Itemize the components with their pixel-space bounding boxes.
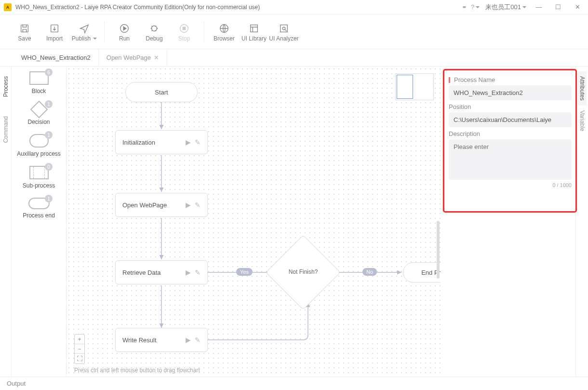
- edge-label-yes: Yes: [236, 268, 253, 276]
- debug-button[interactable]: Debug: [139, 17, 169, 46]
- output-tab[interactable]: Output: [7, 380, 26, 387]
- play-icon[interactable]: ▶: [186, 138, 191, 146]
- zoom-in-button[interactable]: +: [75, 335, 84, 344]
- process-name-label: Process Name: [449, 76, 572, 83]
- position-input[interactable]: [449, 112, 572, 127]
- close-icon[interactable]: ✕: [154, 54, 159, 61]
- help-icon[interactable]: ?: [471, 3, 480, 11]
- save-icon: [19, 22, 30, 35]
- edit-icon[interactable]: ✎: [195, 336, 200, 344]
- stop-button: Stop: [169, 17, 199, 46]
- left-rail: Process Command: [0, 67, 12, 377]
- titlebar: A WHO_News_Extraction2 - Laiye RPA Creat…: [0, 0, 588, 14]
- scrollbar[interactable]: [437, 221, 440, 279]
- play-icon[interactable]: ▶: [186, 269, 191, 276]
- browser-icon: [219, 22, 229, 35]
- palette-block[interactable]: 6 Block: [12, 71, 66, 94]
- zoom-out-button[interactable]: −: [75, 344, 84, 354]
- publish-icon: [79, 22, 90, 35]
- node-open-webpage[interactable]: Open WebPage ▶✎: [115, 193, 208, 217]
- import-button[interactable]: Import: [40, 17, 69, 46]
- tab-who-news[interactable]: WHO_News_Extraction2: [13, 49, 99, 66]
- debug-icon: [149, 22, 160, 35]
- zoom-controls: + − ⛶: [74, 334, 85, 364]
- edit-icon[interactable]: ✎: [195, 201, 200, 209]
- svg-rect-0: [21, 25, 28, 32]
- grid-icon[interactable]: ▪▪: [463, 3, 465, 11]
- edit-icon[interactable]: ✎: [195, 269, 200, 276]
- app-icon: A: [4, 3, 12, 11]
- flow-canvas[interactable]: Start Initialization ▶✎ Open WebPage ▶✎ …: [67, 67, 441, 377]
- left-tab-process[interactable]: Process: [1, 71, 10, 102]
- run-icon: [119, 22, 130, 35]
- node-write-result[interactable]: Write Result ▶✎: [115, 328, 208, 352]
- palette-subprocess[interactable]: 0 Sub-process: [12, 166, 66, 189]
- left-tab-command[interactable]: Command: [1, 111, 10, 148]
- window-title: WHO_News_Extraction2 - Laiye RPA Creator…: [15, 4, 463, 11]
- palette-auxiliary[interactable]: 1 Auxiliary process: [12, 134, 66, 157]
- canvas-hint: Press ctrl and left mouse button to drag…: [74, 367, 200, 374]
- stop-icon: [179, 22, 189, 35]
- uianalyzer-icon: [279, 22, 289, 35]
- toolbar: Save Import Publish Run Debug Stop: [0, 14, 588, 49]
- node-retrieve-data[interactable]: Retrieve Data ▶✎: [115, 260, 208, 284]
- palette-decision[interactable]: 1 Decision: [12, 103, 66, 125]
- import-icon: [49, 22, 60, 35]
- document-tabs: WHO_News_Extraction2 Open WebPage ✕: [0, 49, 588, 67]
- minimap-viewport[interactable]: [397, 75, 413, 99]
- node-initialization[interactable]: Initialization ▶✎: [115, 130, 208, 154]
- maximize-button[interactable]: ☐: [551, 3, 565, 11]
- edit-icon[interactable]: ✎: [195, 138, 200, 146]
- process-name-input[interactable]: [449, 85, 572, 100]
- position-label: Position: [449, 103, 572, 110]
- play-icon[interactable]: ▶: [186, 336, 191, 344]
- minimap[interactable]: [395, 73, 434, 100]
- node-start[interactable]: Start: [125, 82, 198, 102]
- description-label: Description: [449, 130, 572, 137]
- right-tab-variable[interactable]: Variable: [578, 106, 587, 136]
- svg-rect-5: [183, 27, 186, 30]
- tab-open-webpage[interactable]: Open WebPage ✕: [99, 49, 167, 66]
- right-tab-attributes[interactable]: Attributes: [578, 71, 587, 106]
- close-button[interactable]: ✕: [571, 3, 584, 11]
- uianalyzer-button[interactable]: UI Analyzer: [269, 17, 299, 46]
- minimize-button[interactable]: —: [532, 3, 546, 11]
- publish-button[interactable]: Publish: [69, 17, 99, 46]
- user-label[interactable]: 来也员工001: [485, 3, 526, 12]
- edge-label-no: No: [362, 268, 377, 276]
- browser-button[interactable]: Browser: [209, 17, 239, 46]
- palette: 6 Block 1 Decision 1 Auxiliary process 0…: [12, 67, 67, 377]
- description-counter: 0 / 1000: [449, 182, 572, 188]
- play-icon[interactable]: ▶: [186, 201, 191, 209]
- palette-processend[interactable]: 1 Process end: [12, 198, 66, 219]
- zoom-fit-button[interactable]: ⛶: [75, 354, 84, 363]
- uilibrary-button[interactable]: UI Library: [239, 17, 269, 46]
- description-input[interactable]: [449, 139, 572, 180]
- statusbar: Output: [0, 377, 588, 390]
- uilibrary-icon: [249, 22, 259, 35]
- attributes-panel: Process Name Position Description 0 / 10…: [442, 68, 577, 213]
- node-end-process[interactable]: End Process: [403, 262, 441, 282]
- run-button[interactable]: Run: [109, 17, 139, 46]
- svg-rect-7: [251, 25, 258, 32]
- save-button[interactable]: Save: [10, 17, 40, 46]
